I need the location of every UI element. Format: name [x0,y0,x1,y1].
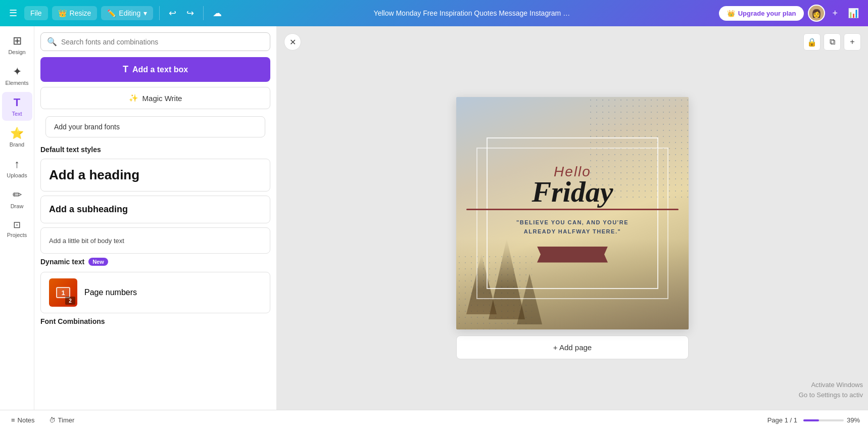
stats-button[interactable]: 📊 [845,5,862,22]
canvas-area: ✕ 🔒 ⧉ + [277,26,868,410]
subheading-style-item[interactable]: Add a subheading [40,196,270,223]
sidebar-item-text[interactable]: T Text [2,92,32,121]
resize-icon: 👑 [58,9,67,17]
magic-write-label: Magic Write [142,94,182,103]
notes-label: Notes [18,416,35,424]
bottom-bar: ≡ Notes ⏱ Timer Page 1 / 1 39% [0,410,868,430]
sidebar-brand-label: Brand [10,141,24,148]
cloud-save-button[interactable]: ☁ [210,5,225,22]
page-numbers-item[interactable]: 1 2 Page numbers [40,272,270,313]
font-combos-title: Font Combinations [40,317,270,325]
heading-style-item[interactable]: Add a heading [40,159,270,192]
lock-button[interactable]: 🔒 [803,33,821,51]
document-title: Yellow Monday Free Inspiration Quotes Me… [229,9,714,17]
timer-button[interactable]: ⏱ Timer [46,414,78,426]
timer-label: Timer [58,416,75,424]
add-element-button[interactable]: + [844,33,861,51]
lock-icon: 🔒 [807,37,817,47]
upgrade-label: Upgrade your plan [738,10,796,17]
search-icon: 🔍 [47,37,57,46]
sidebar-item-draw[interactable]: ✏ Draw [2,184,32,213]
page-numbers-thumbnail: 1 2 [49,278,77,307]
sidebar-item-uploads[interactable]: ↑ Uploads [2,154,32,182]
page-num-2: 2 [65,297,75,305]
page-indicator: Page 1 / 1 [767,416,797,424]
text-icon: T [14,96,20,109]
brand-fonts-button[interactable]: Add your brand fonts [45,116,265,137]
sidebar-elements-label: Elements [6,80,29,86]
friday-underline [466,209,679,210]
elements-icon: ✦ [13,65,22,78]
redo-button[interactable]: ↪ [183,5,197,22]
design-canvas[interactable]: Hello Friday "BELIEVE YOU CAN, AND YOU'R… [456,97,689,329]
bottom-left-controls: ≡ Notes ⏱ Timer [8,414,77,426]
duplicate-icon: ⧉ [830,37,835,46]
canvas-content: Hello Friday "BELIEVE YOU CAN, AND YOU'R… [456,97,689,329]
zoom-slider-fill [803,419,819,421]
file-label: File [30,9,42,17]
zoom-controls[interactable]: 39% [803,416,860,424]
add-textbox-label: Add a text box [132,65,188,74]
main-area: ⊞ Design ✦ Elements T Text ⭐ Brand ↑ Upl… [0,26,868,410]
design-icon: ⊞ [13,34,22,47]
topbar-divider-2 [203,6,204,20]
sidebar-text-label: Text [12,111,22,117]
topbar-divider [159,6,160,20]
heading-label: Add a heading [49,167,139,182]
panel-scroll-area: 🔍 T Add a text box ✨ Magic Write Add you… [34,26,276,410]
draw-icon: ✏ [13,188,22,202]
upgrade-crown-icon: 👑 [727,10,735,17]
sidebar-design-label: Design [8,49,25,55]
page-numbers-label: Page numbers [84,288,137,297]
sidebar-item-brand[interactable]: ⭐ Brand [2,123,32,152]
canvas-toolbar: 🔒 ⧉ + [803,33,861,51]
add-user-button[interactable]: + [829,5,841,22]
uploads-icon: ↑ [14,158,20,171]
menu-button[interactable]: ☰ [6,5,20,22]
default-styles-title: Default text styles [40,146,270,154]
subheading-label: Add a subheading [49,204,128,214]
close-icon: ✕ [290,37,296,47]
add-icon: + [850,37,854,46]
textbox-T-icon: T [123,64,128,75]
notes-button[interactable]: ≡ Notes [8,414,38,426]
zoom-slider[interactable] [803,419,844,421]
sidebar-projects-label: Projects [7,232,27,238]
editing-chevron-icon: ▾ [143,9,147,17]
sidebar-item-projects[interactable]: ⊡ Projects [2,215,32,242]
add-textbox-button[interactable]: T Add a text box [40,57,270,82]
undo-button[interactable]: ↩ [166,5,179,22]
timer-icon: ⏱ [49,416,56,424]
dynamic-text-header: Dynamic text New [40,258,270,266]
new-badge: New [88,258,108,266]
editing-button[interactable]: ✏️ Editing ▾ [101,6,153,20]
dynamic-text-title: Dynamic text [40,258,84,266]
canvas-scroll-area[interactable]: Hello Friday "BELIEVE YOU CAN, AND YOU'R… [277,26,868,410]
projects-icon: ⊡ [13,219,21,230]
brand-icon: ⭐ [10,127,24,140]
sidebar-uploads-label: Uploads [7,172,27,178]
sidebar-draw-label: Draw [11,203,24,209]
duplicate-button[interactable]: ⧉ [824,33,841,51]
magic-write-icon: ✨ [129,93,138,103]
text-panel: 🔍 T Add a text box ✨ Magic Write Add you… [34,26,277,410]
editing-label: Editing [119,9,140,17]
ribbon-element [537,247,608,263]
resize-button[interactable]: 👑 Resize [52,6,98,20]
body-style-item[interactable]: Add a little bit of body text [40,227,270,254]
magic-write-button[interactable]: ✨ Magic Write [40,87,270,109]
close-panel-button[interactable]: ✕ [284,33,301,51]
quote-text: "BELIEVE YOU CAN, AND YOU'REALREADY HALF… [516,218,629,236]
user-avatar[interactable]: 👩 [808,5,825,22]
search-bar[interactable]: 🔍 [40,32,270,51]
brand-fonts-label: Add your brand fonts [54,123,120,131]
body-label: Add a little bit of body text [49,237,124,245]
search-input[interactable] [61,38,264,46]
add-page-label: + Add page [553,343,592,352]
file-button[interactable]: File [24,6,48,20]
topbar: ☰ File 👑 Resize ✏️ Editing ▾ ↩ ↪ ☁ Yello… [0,0,868,26]
add-page-button[interactable]: + Add page [456,336,689,359]
sidebar-item-design[interactable]: ⊞ Design [2,30,32,59]
sidebar-item-elements[interactable]: ✦ Elements [2,61,32,90]
upgrade-button[interactable]: 👑 Upgrade your plan [719,6,804,21]
